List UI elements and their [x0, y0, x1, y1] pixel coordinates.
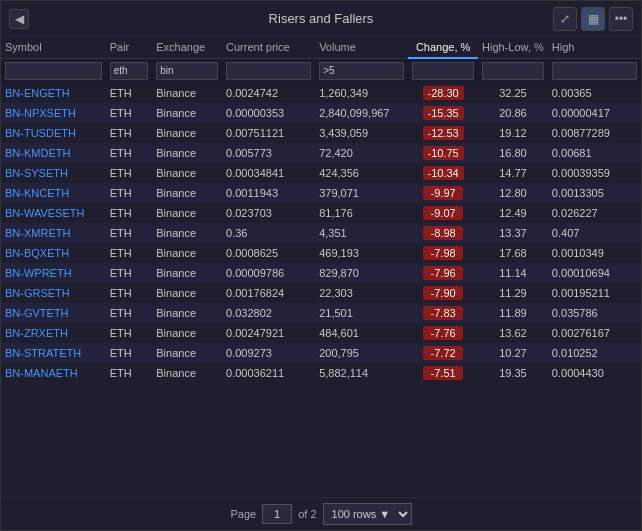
- exchange-cell: Binance: [152, 263, 222, 283]
- footer: Page of 2 100 rows ▼ 50 rows 25 rows: [1, 497, 641, 530]
- header-volume[interactable]: Volume: [315, 37, 408, 58]
- filter-symbol[interactable]: [5, 62, 102, 80]
- change-cell: -28.30: [408, 83, 478, 103]
- filter-highlow[interactable]: [482, 62, 544, 80]
- high-cell: 0.00000417: [548, 103, 641, 123]
- data-rows-wrapper[interactable]: BN-ENGETH ETH Binance 0.0024742 1,260,34…: [1, 83, 641, 497]
- header-price[interactable]: Current price: [222, 37, 315, 58]
- symbol-link[interactable]: BN-STRATETH: [5, 347, 81, 359]
- symbol-link[interactable]: BN-WAVESETH: [5, 207, 84, 219]
- symbol-link[interactable]: BN-GVTETH: [5, 307, 69, 319]
- symbol-link[interactable]: BN-SYSETH: [5, 167, 68, 179]
- high-cell: 0.010252: [548, 343, 641, 363]
- rows-per-page-select[interactable]: 100 rows ▼ 50 rows 25 rows: [323, 503, 412, 525]
- volume-cell: 21,501: [315, 303, 408, 323]
- header-symbol[interactable]: Symbol: [1, 37, 106, 58]
- filter-volume[interactable]: [319, 62, 404, 80]
- table-row[interactable]: BN-ENGETH ETH Binance 0.0024742 1,260,34…: [1, 83, 641, 103]
- page-label: Page: [230, 508, 256, 520]
- volume-cell: 5,882,114: [315, 363, 408, 383]
- volume-cell: 4,351: [315, 223, 408, 243]
- more-button[interactable]: •••: [609, 7, 633, 31]
- filter-exchange[interactable]: [156, 62, 218, 80]
- filter-change[interactable]: [412, 62, 474, 80]
- table-row[interactable]: BN-GRSETH ETH Binance 0.00176824 22,303 …: [1, 283, 641, 303]
- header-high[interactable]: High: [548, 37, 641, 58]
- symbol-link[interactable]: BN-TUSDETH: [5, 127, 76, 139]
- change-cell: -7.72: [408, 343, 478, 363]
- highlow-cell: 20.86: [478, 103, 548, 123]
- pair-cell: ETH: [106, 123, 153, 143]
- table-row[interactable]: BN-ZRXETH ETH Binance 0.00247921 484,601…: [1, 323, 641, 343]
- header-exchange[interactable]: Exchange: [152, 37, 222, 58]
- change-cell: -10.34: [408, 163, 478, 183]
- change-cell: -9.97: [408, 183, 478, 203]
- symbol-link[interactable]: BN-ENGETH: [5, 87, 70, 99]
- header-row: Symbol Pair Exchange Current price Volum…: [1, 37, 641, 58]
- expand-button[interactable]: ⤢: [553, 7, 577, 31]
- symbol-link[interactable]: BN-WPRETH: [5, 267, 72, 279]
- price-cell: 0.005773: [222, 143, 315, 163]
- symbol-link[interactable]: BN-NPXSETH: [5, 107, 76, 119]
- highlow-cell: 11.29: [478, 283, 548, 303]
- table-row[interactable]: BN-TUSDETH ETH Binance 0.00751121 3,439,…: [1, 123, 641, 143]
- price-cell: 0.00176824: [222, 283, 315, 303]
- pair-cell: ETH: [106, 323, 153, 343]
- symbol-link[interactable]: BN-BQXETH: [5, 247, 69, 259]
- price-cell: 0.00036211: [222, 363, 315, 383]
- header-highlow[interactable]: High-Low, %: [478, 37, 548, 58]
- table-container: Symbol Pair Exchange Current price Volum…: [1, 37, 641, 497]
- page-input[interactable]: [262, 504, 292, 524]
- grid-button[interactable]: ▦: [581, 7, 605, 31]
- high-cell: 0.0010349: [548, 243, 641, 263]
- high-cell: 0.00681: [548, 143, 641, 163]
- volume-cell: 72,420: [315, 143, 408, 163]
- change-cell: -7.83: [408, 303, 478, 323]
- symbol-link[interactable]: BN-KMDETH: [5, 147, 70, 159]
- back-button[interactable]: ◀: [9, 9, 29, 29]
- pair-cell: ETH: [106, 203, 153, 223]
- exchange-cell: Binance: [152, 363, 222, 383]
- table-row[interactable]: BN-KMDETH ETH Binance 0.005773 72,420 -1…: [1, 143, 641, 163]
- pair-cell: ETH: [106, 83, 153, 103]
- price-cell: 0.00000353: [222, 103, 315, 123]
- symbol-link[interactable]: BN-KNCETH: [5, 187, 69, 199]
- change-cell: -7.90: [408, 283, 478, 303]
- table-row[interactable]: BN-GVTETH ETH Binance 0.032802 21,501 -7…: [1, 303, 641, 323]
- highlow-cell: 16.80: [478, 143, 548, 163]
- filter-price[interactable]: [226, 62, 311, 80]
- highlow-cell: 19.35: [478, 363, 548, 383]
- volume-cell: 81,176: [315, 203, 408, 223]
- header-pair[interactable]: Pair: [106, 37, 153, 58]
- title-controls: ⤢ ▦ •••: [553, 7, 633, 31]
- price-cell: 0.00751121: [222, 123, 315, 143]
- pair-cell: ETH: [106, 143, 153, 163]
- table-row[interactable]: BN-KNCETH ETH Binance 0.0011943 379,071 …: [1, 183, 641, 203]
- exchange-cell: Binance: [152, 283, 222, 303]
- symbol-link[interactable]: BN-MANAETH: [5, 367, 78, 379]
- pair-cell: ETH: [106, 223, 153, 243]
- high-cell: 0.00010694: [548, 263, 641, 283]
- exchange-cell: Binance: [152, 223, 222, 243]
- highlow-cell: 11.89: [478, 303, 548, 323]
- high-cell: 0.00195211: [548, 283, 641, 303]
- table-row[interactable]: BN-NPXSETH ETH Binance 0.00000353 2,840,…: [1, 103, 641, 123]
- table-row[interactable]: BN-WAVESETH ETH Binance 0.023703 81,176 …: [1, 203, 641, 223]
- high-cell: 0.407: [548, 223, 641, 243]
- pair-cell: ETH: [106, 283, 153, 303]
- table-row[interactable]: BN-MANAETH ETH Binance 0.00036211 5,882,…: [1, 363, 641, 383]
- change-cell: -7.98: [408, 243, 478, 263]
- symbol-link[interactable]: BN-ZRXETH: [5, 327, 68, 339]
- high-cell: 0.00276167: [548, 323, 641, 343]
- header-change[interactable]: Change, %: [408, 37, 478, 58]
- table-row[interactable]: BN-XMRETH ETH Binance 0.36 4,351 -8.98 1…: [1, 223, 641, 243]
- table-row[interactable]: BN-STRATETH ETH Binance 0.009273 200,795…: [1, 343, 641, 363]
- filter-pair[interactable]: [110, 62, 149, 80]
- table-row[interactable]: BN-WPRETH ETH Binance 0.00009786 829,870…: [1, 263, 641, 283]
- filter-high[interactable]: [552, 62, 637, 80]
- symbol-link[interactable]: BN-XMRETH: [5, 227, 70, 239]
- table-row[interactable]: BN-BQXETH ETH Binance 0.0008625 469,193 …: [1, 243, 641, 263]
- symbol-link[interactable]: BN-GRSETH: [5, 287, 70, 299]
- change-cell: -9.07: [408, 203, 478, 223]
- table-row[interactable]: BN-SYSETH ETH Binance 0.00034841 424,356…: [1, 163, 641, 183]
